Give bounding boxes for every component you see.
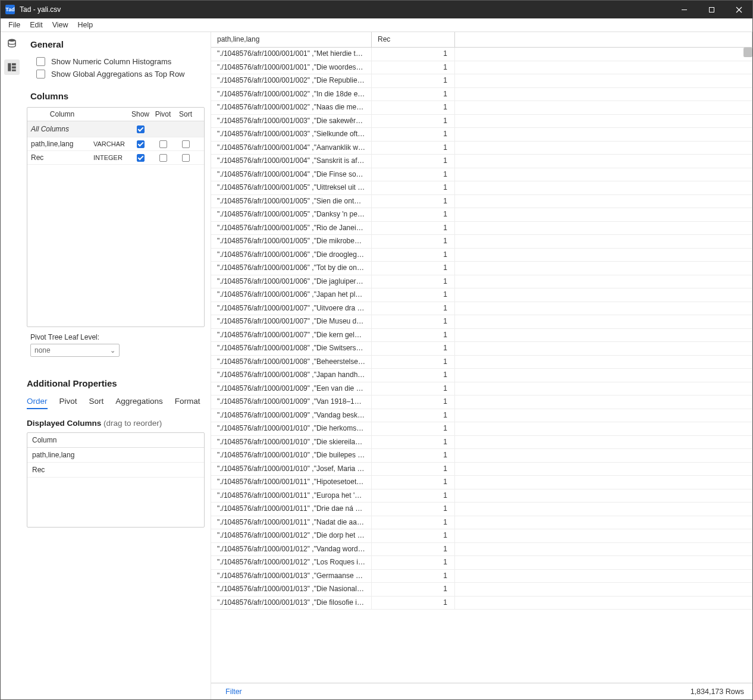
table-row[interactable]: "./1048576/afr/1000/001/011" ,"Nadat die… (211, 516, 752, 530)
displayed-item[interactable]: path,line,lang (27, 448, 204, 463)
col-header-pivot: Pivot (152, 110, 174, 118)
cell-path: "./1048576/afr/1000/001/003" ,"Sielkunde… (211, 128, 372, 141)
table-row[interactable]: "./1048576/afr/1000/001/004" ,"Sanskrit … (211, 155, 752, 168)
cell-rec: 1 (372, 503, 455, 516)
addprops-tabs: Order Pivot Sort Aggregations Format (27, 397, 205, 409)
table-row[interactable]: "./1048576/afr/1000/001/006" ,"Die droog… (211, 249, 752, 262)
table-row[interactable]: "./1048576/afr/1000/001/008" ,"Die Swits… (211, 342, 752, 356)
tab-sort[interactable]: Sort (89, 397, 104, 409)
table-row[interactable]: "./1048576/afr/1000/001/006" ,"Tot by di… (211, 262, 752, 275)
table-row[interactable]: "./1048576/afr/1000/001/007" ,"Die Museu… (211, 315, 752, 329)
menu-view[interactable]: View (48, 20, 73, 30)
table-row[interactable]: "./1048576/afr/1000/001/005" ,"Danksy 'n… (211, 208, 752, 222)
menu-file[interactable]: File (4, 20, 24, 30)
cell-empty (455, 329, 752, 342)
table-row[interactable]: "./1048576/afr/1000/001/013" ,"Die filos… (211, 597, 752, 610)
cell-rec: 1 (372, 302, 455, 315)
opt-globalagg-row[interactable]: Show Global Aggregations as Top Row (27, 68, 205, 80)
cell-rec: 1 (372, 356, 455, 369)
cell-empty (455, 249, 752, 262)
vertical-scrollbar-thumb[interactable] (743, 48, 752, 57)
table-row[interactable]: "./1048576/afr/1000/001/005" ,"Die mikro… (211, 235, 752, 249)
table-row[interactable]: "./1048576/afr/1000/001/010" ,"Die skier… (211, 436, 752, 450)
tab-order[interactable]: Order (27, 397, 48, 409)
filter-link[interactable]: Filter (219, 688, 242, 696)
cell-path: "./1048576/afr/1000/001/012" ,"Die dorp … (211, 529, 372, 542)
close-button[interactable] (725, 1, 752, 18)
table-row[interactable]: "./1048576/afr/1000/001/004" ,"Die Finse… (211, 168, 752, 182)
table-row[interactable]: "./1048576/afr/1000/001/003" ,"Sielkunde… (211, 128, 752, 142)
checkbox-icon[interactable] (36, 57, 45, 66)
table-row[interactable]: "./1048576/afr/1000/001/002" ,"In die 18… (211, 88, 752, 102)
grid-header-rec[interactable]: Rec (372, 32, 455, 47)
table-row[interactable]: "./1048576/afr/1000/001/009" ,"Van 1918–… (211, 395, 752, 409)
displayed-item[interactable]: Rec (27, 463, 204, 478)
checkbox-icon[interactable] (36, 70, 45, 79)
grid-header-row: path,line,lang Rec (211, 32, 752, 48)
grid-scroll[interactable]: path,line,lang Rec "./1048576/afr/1000/0… (211, 32, 752, 683)
table-row[interactable]: "./1048576/afr/1000/001/007" ,"Uitvoere … (211, 302, 752, 316)
checkbox-icon[interactable] (137, 125, 145, 133)
table-row[interactable]: "./1048576/afr/1000/001/003" ,"Die sakew… (211, 115, 752, 128)
table-row[interactable]: "./1048576/afr/1000/001/012" ,"Die dorp … (211, 529, 752, 543)
table-row[interactable]: "./1048576/afr/1000/001/004" ,"Aanvankli… (211, 142, 752, 155)
table-row[interactable]: "./1048576/afr/1000/001/013" ,"Die Nasio… (211, 583, 752, 597)
sort-checkbox[interactable] (182, 154, 190, 162)
opt-histograms-row[interactable]: Show Numeric Column Histograms (27, 55, 205, 68)
table-row[interactable]: "./1048576/afr/1000/001/013" ,"Germaanse… (211, 570, 752, 583)
menu-edit[interactable]: Edit (26, 20, 47, 30)
pivot-leaf-value: none (34, 346, 51, 354)
tab-aggregations[interactable]: Aggregations (115, 397, 163, 409)
table-row[interactable]: "./1048576/afr/1000/001/005" ,"Uittrekse… (211, 181, 752, 195)
cell-path: "./1048576/afr/1000/001/005" ,"Uittrekse… (211, 181, 372, 194)
grid-header-path[interactable]: path,line,lang (211, 32, 372, 47)
tab-format[interactable]: Format (175, 397, 200, 409)
table-row[interactable]: "./1048576/afr/1000/001/012" ,"Los Roque… (211, 556, 752, 570)
cell-empty (455, 463, 752, 476)
cell-path: "./1048576/afr/1000/001/010" ,"Die herko… (211, 422, 372, 435)
pivot-checkbox[interactable] (159, 140, 167, 148)
table-row[interactable]: "./1048576/afr/1000/001/007" ,"Die kern … (211, 329, 752, 343)
table-row[interactable]: "./1048576/afr/1000/001/011" ,"Hipoteset… (211, 476, 752, 489)
menu-help[interactable]: Help (74, 20, 98, 30)
cell-path: "./1048576/afr/1000/001/001" ,"Die woord… (211, 61, 372, 74)
show-checkbox[interactable] (137, 140, 145, 148)
table-row[interactable]: "./1048576/afr/1000/001/012" ,"Vandag wo… (211, 543, 752, 557)
cell-path: "./1048576/afr/1000/001/009" ,"Een van d… (211, 382, 372, 395)
cell-empty (455, 543, 752, 556)
table-row[interactable]: "./1048576/afr/1000/001/006" ,"Japan het… (211, 288, 752, 302)
tab-pivot[interactable]: Pivot (59, 397, 77, 409)
database-icon[interactable] (4, 36, 20, 51)
table-row[interactable]: "./1048576/afr/1000/001/011" ,"Drie dae … (211, 503, 752, 516)
table-row[interactable]: "./1048576/afr/1000/001/011" ,"Europa he… (211, 489, 752, 503)
maximize-button[interactable] (698, 1, 725, 18)
table-row[interactable]: "./1048576/afr/1000/001/008" ,"Japan han… (211, 369, 752, 382)
cell-rec: 1 (372, 476, 455, 489)
minimize-button[interactable] (670, 1, 698, 18)
table-row[interactable]: "./1048576/afr/1000/001/009" ,"Een van d… (211, 382, 752, 396)
table-row[interactable]: "./1048576/afr/1000/001/006" ,"Die jaglu… (211, 275, 752, 289)
cell-path: "./1048576/afr/1000/001/002" ,"Die Repub… (211, 74, 372, 87)
table-row[interactable]: "./1048576/afr/1000/001/001" ,"Met hierd… (211, 48, 752, 61)
cell-empty (455, 275, 752, 288)
pivot-leaf-select[interactable]: none ⌄ (30, 344, 120, 357)
table-row[interactable]: "./1048576/afr/1000/001/009" ,"Vandag be… (211, 409, 752, 423)
cell-rec: 1 (372, 436, 455, 449)
sort-checkbox[interactable] (182, 140, 190, 148)
show-checkbox[interactable] (137, 154, 145, 162)
table-row[interactable]: "./1048576/afr/1000/001/010" ,"Josef, Ma… (211, 463, 752, 476)
table-row[interactable]: "./1048576/afr/1000/001/005" ,"Rio de Ja… (211, 222, 752, 236)
table-row[interactable]: "./1048576/afr/1000/001/010" ,"Die buile… (211, 449, 752, 463)
table-row[interactable]: "./1048576/afr/1000/001/002" ,"Die Repub… (211, 74, 752, 88)
cell-path: "./1048576/afr/1000/001/010" ,"Die buile… (211, 449, 372, 462)
table-row[interactable]: "./1048576/afr/1000/001/010" ,"Die herko… (211, 422, 752, 436)
cell-path: "./1048576/afr/1000/001/006" ,"Die jaglu… (211, 275, 372, 288)
table-row[interactable]: "./1048576/afr/1000/001/001" ,"Die woord… (211, 61, 752, 75)
displayed-columns-box: Column path,line,lang Rec (27, 432, 205, 528)
table-row[interactable]: "./1048576/afr/1000/001/008" ,"Beheerste… (211, 356, 752, 369)
table-row[interactable]: "./1048576/afr/1000/001/002" ,"Naas die … (211, 101, 752, 115)
pivot-checkbox[interactable] (159, 154, 167, 162)
layout-icon[interactable] (4, 59, 20, 75)
displayed-columns-heading: Displayed Columns (drag to reorder) (27, 419, 205, 428)
table-row[interactable]: "./1048576/afr/1000/001/005" ,"Sien die … (211, 195, 752, 209)
